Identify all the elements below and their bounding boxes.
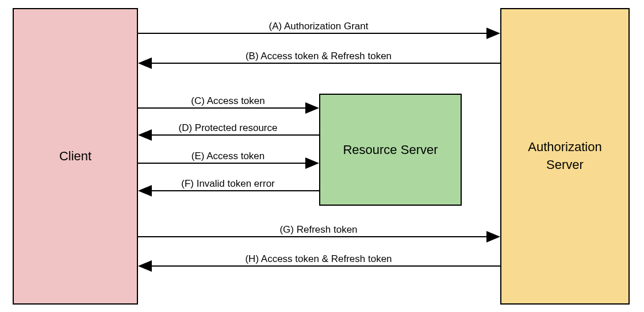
resource-server-box: Resource Server — [319, 94, 462, 206]
authorization-server-box: Authorization Server — [500, 8, 630, 305]
client-label: Client — [59, 149, 91, 164]
arrow-g-label: (G) Refresh token — [138, 224, 499, 236]
client-box: Client — [13, 8, 138, 305]
auth-label: Authorization Server — [528, 138, 601, 174]
arrow-e-label: (E) Access token — [138, 151, 318, 162]
resource-label: Resource Server — [343, 142, 438, 157]
arrow-c-label: (C) Access token — [138, 95, 318, 107]
arrow-f-label: (F) Invalid token error — [138, 178, 318, 190]
arrow-h-label: (H) Access token & Refresh token — [138, 253, 499, 265]
arrow-a-label: (A) Authorization Grant — [138, 21, 499, 32]
arrow-b-label: (B) Access token & Refresh token — [138, 51, 499, 62]
arrow-d-label: (D) Protected resource — [138, 122, 318, 134]
